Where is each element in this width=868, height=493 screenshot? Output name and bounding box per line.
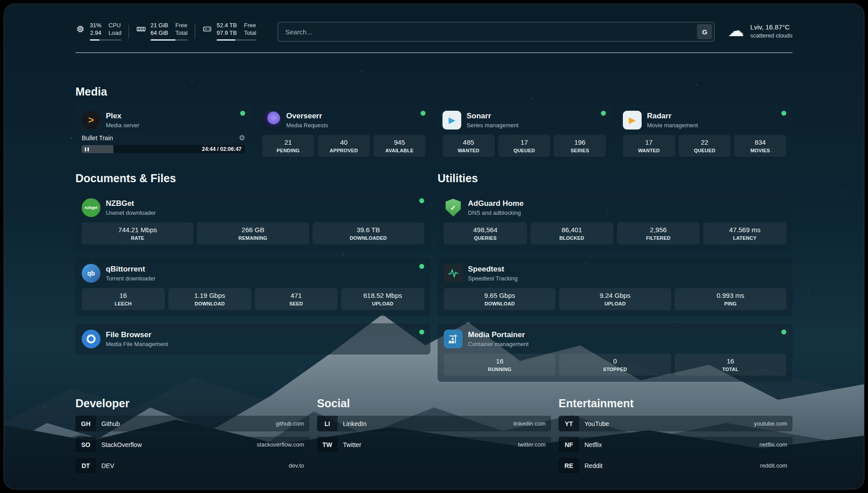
- disk-free-value: 52.4 TB: [217, 22, 237, 29]
- service-name: File Browser: [106, 330, 168, 339]
- stat-stopped: 0STOPPED: [559, 354, 671, 376]
- entertainment-heading: Entertainment: [559, 397, 793, 410]
- bookmark-github[interactable]: GH Github github.com: [75, 416, 309, 431]
- card-filebrowser[interactable]: File Browser Media File Management: [75, 323, 430, 355]
- card-qbittorrent[interactable]: qb qBittorrent Torrent downloader 16LEEC…: [75, 258, 430, 316]
- now-playing-title: Bullet Train: [82, 134, 113, 142]
- top-bar: 31% CPU 2.94 Load 21: [75, 4, 793, 42]
- bookmark-linkedin[interactable]: LI LinkedIn linkedin.com: [317, 416, 551, 431]
- bookmark-name: YouTube: [584, 420, 609, 427]
- bookmark-name: Netflix: [584, 441, 602, 448]
- disk-progress-fill: [217, 39, 235, 41]
- status-badge: [419, 330, 424, 334]
- service-name: Speedtest: [468, 265, 517, 274]
- bookmark-name: StackOverflow: [101, 441, 142, 448]
- weather-widget[interactable]: ☁ Lviv, 16.87°C scattered clouds: [714, 23, 793, 39]
- memory-progress-fill: [150, 39, 175, 41]
- bookmark-url: twitter.com: [518, 441, 546, 448]
- bookmark-stackoverflow[interactable]: SO StackOverflow stackoverflow.com: [75, 437, 309, 452]
- service-desc: Movie management: [647, 122, 698, 129]
- bookmark-abbr: SO: [75, 437, 96, 452]
- service-name: Radarr: [647, 112, 698, 121]
- bookmark-abbr: YT: [559, 416, 579, 431]
- card-speedtest[interactable]: Speedtest Speedtest Tracking 9.65 GbpsDO…: [438, 258, 793, 316]
- stat-upload: 618.52 MbpsUPLOAD: [341, 288, 424, 310]
- service-desc: Series management: [467, 122, 518, 129]
- disk-monitor: 52.4 TB Free 97.9 TB Total: [202, 22, 256, 41]
- stat-upload: 9.24 GbpsUPLOAD: [559, 288, 671, 310]
- memory-icon: [136, 24, 146, 36]
- disk-icon: [202, 24, 212, 36]
- bookmark-youtube[interactable]: YT YouTube youtube.com: [559, 416, 793, 431]
- status-badge: [601, 111, 606, 116]
- filebrowser-icon: [82, 330, 100, 348]
- card-plex[interactable]: > Plex Media server Bullet Train ⚙ 24:44: [75, 104, 251, 163]
- system-monitors: 31% CPU 2.94 Load 21: [75, 22, 256, 41]
- bookmark-abbr: DT: [75, 458, 96, 473]
- bookmark-name: DEV: [101, 462, 114, 469]
- card-sonarr[interactable]: ▶ Sonarr Series management 485WANTED 17Q…: [436, 104, 612, 163]
- cpu-progress-track: [90, 39, 121, 41]
- card-portainer[interactable]: Media Portainer Container management 16R…: [438, 323, 793, 382]
- bookmark-url: github.com: [275, 420, 304, 427]
- stat-latency: 47.569 msLATENCY: [703, 222, 786, 244]
- bookmark-netflix[interactable]: NF Netflix netflix.com: [559, 437, 793, 452]
- service-desc: DNS and adblocking: [468, 209, 524, 216]
- stat-download: 1.19 GbpsDOWNLOAD: [168, 288, 251, 310]
- service-name: Sonarr: [467, 112, 518, 121]
- card-adguard[interactable]: ✓ AdGuard Home DNS and adblocking 498,56…: [438, 192, 793, 251]
- card-overseerr[interactable]: Overseerr Media Requests 21PENDING 40APP…: [256, 104, 432, 163]
- weather-location: Lviv, 16.87°C: [750, 23, 793, 31]
- topbar-separator: [195, 25, 195, 39]
- service-name: AdGuard Home: [468, 199, 524, 208]
- stat-filtered: 2,956FILTERED: [617, 222, 700, 244]
- utilities-heading: Utilities: [438, 172, 793, 185]
- bookmark-name: Reddit: [584, 462, 602, 469]
- cpu-label-top: CPU: [108, 22, 121, 29]
- stat-ping: 0.993 msPING: [675, 288, 786, 310]
- memory-total-value: 64 GiB: [150, 29, 168, 37]
- overseerr-icon: [262, 111, 281, 130]
- bookmark-reddit[interactable]: RE Reddit reddit.com: [559, 458, 793, 473]
- bookmark-name: Twitter: [343, 441, 361, 448]
- social-heading: Social: [317, 397, 551, 410]
- stat-running: 16RUNNING: [444, 354, 555, 376]
- status-badge: [781, 111, 786, 116]
- bookmark-abbr: LI: [317, 416, 338, 431]
- bookmark-url: reddit.com: [760, 462, 787, 469]
- search-engine-button[interactable]: G: [697, 24, 712, 39]
- status-badge: [421, 111, 426, 116]
- status-badge: [781, 330, 786, 334]
- header-divider: [75, 52, 793, 53]
- stat-wanted: 17WANTED: [623, 135, 675, 157]
- search-container: G: [278, 22, 714, 42]
- card-nzbget[interactable]: nzbget NZBGet Usenet downloader 744.21 M…: [75, 192, 430, 251]
- bookmark-twitter[interactable]: TW Twitter twitter.com: [317, 437, 551, 452]
- pause-icon[interactable]: [85, 147, 89, 151]
- stat-approved: 40APPROVED: [318, 135, 370, 157]
- search-input[interactable]: [278, 22, 714, 42]
- bookmark-abbr: TW: [317, 437, 338, 452]
- adguard-icon: ✓: [444, 198, 463, 217]
- service-desc: Container management: [468, 341, 529, 347]
- weather-condition: scattered clouds: [750, 32, 793, 39]
- bookmark-group-social: Social LI LinkedIn linkedin.com TW Twitt…: [317, 397, 551, 473]
- disk-total-value: 97.9 TB: [217, 29, 237, 37]
- snow-specks: [4, 4, 5, 5]
- section-utilities: Utilities ✓ AdGuard Home DNS and adblock…: [438, 172, 793, 382]
- plex-icon: >: [82, 111, 100, 130]
- cpu-load-value: 2.94: [90, 29, 101, 37]
- service-name: NZBGet: [106, 199, 156, 208]
- bookmark-dev[interactable]: DT DEV dev.to: [75, 458, 309, 473]
- card-radarr[interactable]: ▶ Radarr Movie management 17WANTED 22QUE…: [617, 104, 793, 163]
- playback-progress-bar[interactable]: 24:44 / 02:06:47: [82, 145, 245, 153]
- cpu-icon: [75, 24, 85, 36]
- service-desc: Media server: [106, 122, 139, 129]
- status-badge: [240, 111, 245, 116]
- bookmark-group-entertainment: Entertainment YT YouTube youtube.com NF …: [559, 397, 793, 473]
- bookmark-abbr: NF: [559, 437, 579, 452]
- stat-rate: 744.21 MbpsRATE: [82, 222, 193, 244]
- stat-leech: 16LEECH: [82, 288, 165, 310]
- dashboard-screen: 31% CPU 2.94 Load 21: [4, 4, 864, 489]
- gear-icon[interactable]: ⚙: [239, 134, 245, 142]
